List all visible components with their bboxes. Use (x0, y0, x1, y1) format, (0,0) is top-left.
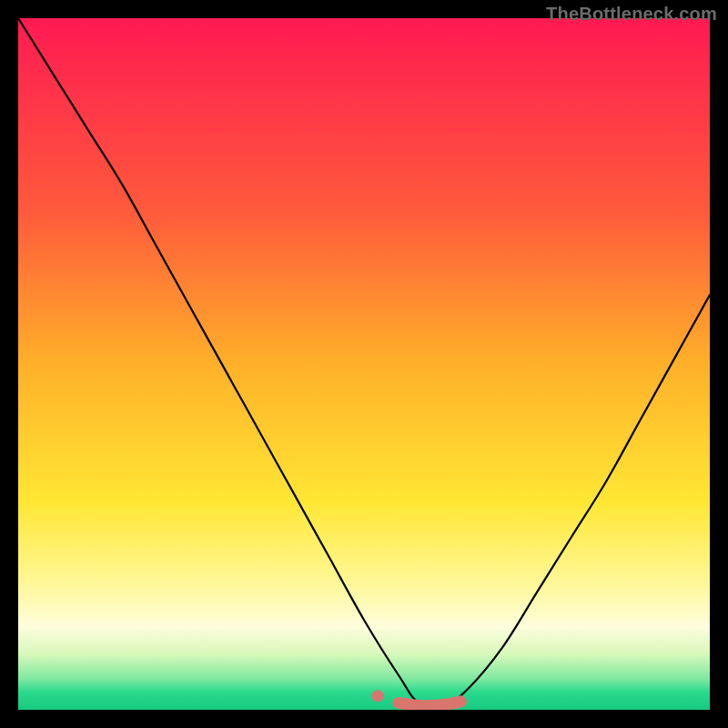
curve-layer (18, 18, 710, 710)
flat-region-marker (399, 702, 460, 706)
chart-stage: TheBottleneck.com (0, 0, 728, 728)
watermark-text: TheBottleneck.com (546, 4, 717, 25)
plot-area (18, 18, 710, 710)
flat-region-dot (372, 690, 384, 702)
bottleneck-curve (18, 18, 710, 706)
